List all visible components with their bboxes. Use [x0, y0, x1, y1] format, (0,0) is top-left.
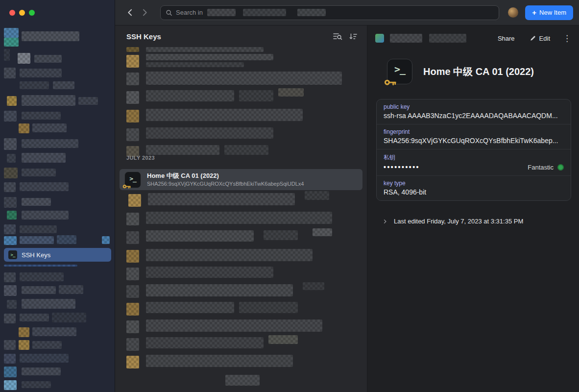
vault-icon — [375, 34, 384, 43]
strength-indicator-icon — [557, 164, 564, 171]
filter-list-button[interactable] — [331, 30, 344, 42]
item-title: Home 中级 CA 01 (2022) — [423, 65, 534, 78]
field-key-type[interactable]: key type RSA, 4096-bit — [377, 175, 571, 200]
field-label: key type — [384, 180, 564, 187]
redacted-block — [146, 284, 293, 296]
field-value: ssh-rsa AAAAB3NzaC1yc2EAAAADAQABAAACAQDM… — [384, 112, 564, 120]
share-button[interactable]: Share — [498, 35, 515, 42]
redacted-block — [22, 139, 78, 148]
redacted-block — [4, 182, 16, 192]
redacted-block — [146, 230, 254, 242]
redacted-block — [20, 69, 62, 77]
redacted-block — [22, 299, 75, 309]
redacted-block — [4, 314, 16, 323]
redacted-block — [146, 127, 273, 139]
redacted-block — [126, 128, 139, 141]
redacted-block — [224, 145, 268, 155]
list-header: SSH Keys — [115, 25, 367, 47]
sort-button[interactable] — [346, 30, 360, 42]
list-panel: SSH Keys JULY 2023 >_ Home 中级 CA 01 (202… — [115, 25, 367, 392]
redacted-block — [20, 225, 57, 233]
redacted-block — [243, 9, 286, 16]
redacted-block — [4, 111, 17, 122]
list-title: SSH Keys — [126, 32, 331, 41]
redacted-block — [22, 368, 61, 375]
share-label: Share — [498, 35, 515, 42]
item-header: >_ Home 中级 CA 01 (2022) — [387, 59, 579, 84]
back-icon — [126, 8, 134, 17]
redacted-block — [32, 123, 67, 132]
redacted-block — [59, 285, 83, 294]
redacted-block — [4, 367, 17, 377]
redacted-block — [20, 354, 69, 363]
new-item-label: New Item — [539, 9, 566, 16]
detail-header: Share Edit ⋮ — [367, 25, 579, 51]
account-avatar[interactable] — [508, 7, 518, 18]
redacted-block — [22, 153, 66, 163]
search-input[interactable]: Search in — [160, 5, 499, 20]
redacted-block — [4, 380, 17, 390]
redacted-block — [146, 249, 313, 261]
field-public-key[interactable]: public key ssh-rsa AAAAB3NzaC1yc2EAAAADA… — [377, 99, 571, 124]
detail-panel: Share Edit ⋮ >_ Home 中级 CA 01 (2022) pub… — [367, 25, 579, 392]
sort-icon — [349, 33, 358, 40]
redacted-block — [102, 236, 110, 244]
redacted-block — [146, 72, 342, 85]
list-item-title: Home 中级 CA 01 (2022) — [147, 172, 304, 180]
new-item-button[interactable]: + New Item — [525, 5, 573, 20]
redacted-block — [146, 267, 273, 278]
list-item-selected[interactable]: >_ Home 中级 CA 01 (2022) SHA256:9sqXVjGYK… — [120, 169, 362, 190]
redacted-block — [22, 381, 51, 388]
toolbar: Search in + New Item — [115, 0, 579, 25]
sidebar-item-label: SSH Keys — [22, 251, 50, 259]
sidebar: >_ SSH Keys — [0, 0, 115, 392]
redacted-block — [126, 250, 139, 263]
redacted-block — [32, 341, 62, 349]
redacted-block — [20, 272, 64, 281]
redacted-block — [305, 191, 329, 200]
redacted-block — [18, 53, 30, 64]
redacted-block — [126, 320, 139, 333]
redacted-block — [4, 68, 16, 78]
redacted-block — [22, 112, 61, 120]
redacted-block — [146, 337, 264, 348]
list-item-subtitle: SHA256:9sqXVjGYKcGUqROXcQYsBfbhEkiTwK6ab… — [147, 181, 304, 187]
redacted-block — [22, 169, 56, 176]
redacted-block — [126, 231, 139, 244]
redacted-block — [4, 354, 16, 364]
redacted-block — [19, 123, 29, 133]
back-button[interactable] — [124, 6, 136, 19]
redacted-block — [22, 31, 79, 41]
field-fingerprint[interactable]: fingerprint SHA256:9sqXVjGYKcGUqROXcQYsB… — [377, 124, 571, 149]
redacted-block — [4, 272, 16, 282]
redacted-block — [146, 145, 219, 155]
redacted-block — [4, 265, 77, 267]
redacted-block — [53, 81, 74, 89]
ssh-key-icon-large: >_ — [387, 59, 412, 84]
redacted-block — [4, 28, 19, 38]
redacted-block — [4, 340, 16, 350]
sidebar-item-ssh-keys[interactable]: >_ SSH Keys — [4, 248, 111, 262]
redacted-block — [34, 55, 62, 63]
strength-label: Fantastic — [528, 164, 554, 171]
redacted-block — [126, 91, 139, 104]
app-window: >_ SSH Keys Search in + New Item SSH Key… — [0, 0, 579, 392]
field-private-key[interactable]: 私钥 •••••••••• Fantastic — [377, 149, 571, 175]
redacted-block — [126, 338, 139, 351]
more-options-button[interactable]: ⋮ — [563, 34, 571, 43]
redacted-block — [4, 168, 18, 178]
redacted-block — [22, 198, 51, 206]
redacted-block — [268, 335, 298, 344]
redacted-block — [297, 9, 326, 16]
forward-button[interactable] — [139, 6, 150, 19]
redacted-block — [303, 282, 324, 290]
edit-button[interactable]: Edit — [530, 35, 550, 42]
field-value: SHA256:9sqXVjGYKcGUqROXcQYsBfbhEkiTwK6ab… — [384, 137, 564, 145]
field-label: public key — [384, 103, 564, 110]
last-edited-row[interactable]: Last edited Friday, July 7, 2023 at 3:31… — [382, 218, 579, 225]
forward-icon — [141, 8, 149, 17]
redacted-block — [4, 236, 17, 245]
redacted-block — [32, 327, 76, 336]
field-value-concealed: •••••••••• — [384, 163, 420, 171]
redacted-block — [19, 340, 29, 350]
